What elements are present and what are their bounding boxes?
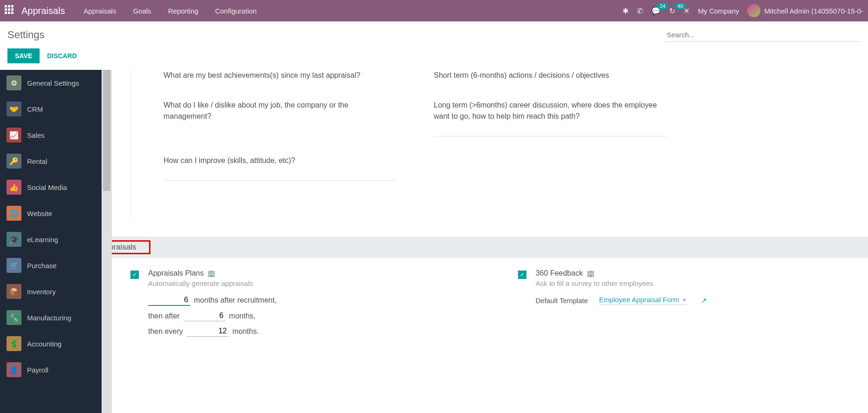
user-menu[interactable]: Mitchell Admin (14055070-15-0- [747, 4, 863, 17]
building-icon[interactable]: 🏢 [587, 270, 595, 277]
divider [164, 180, 396, 181]
option-appraisal-plans: ✓ Appraisals Plans🏢 Automatically genera… [130, 269, 481, 341]
globe-icon: 🌐 [7, 206, 21, 221]
sidebar-item-label: Accounting [27, 340, 62, 348]
action-bar: SAVE DISCARD [0, 42, 868, 70]
messages-icon[interactable]: 💬24 [651, 7, 661, 15]
question-text: What do I like / dislike about my job, t… [164, 100, 396, 136]
option-body: 360 Feedback🏢 Ask to fill a survey to ot… [536, 269, 868, 305]
sidebar-item-elearning[interactable]: 🎓eLearning [0, 226, 102, 252]
nav-goals[interactable]: Goals [133, 7, 151, 15]
sidebar-item-social[interactable]: 👍Social Media [0, 174, 102, 200]
sidebar-item-label: Website [27, 210, 52, 217]
sidebar-item-label: Inventory [27, 288, 56, 296]
question-row: What do I like / dislike about my job, t… [164, 100, 868, 136]
sidebar-item-rental[interactable]: 🔑Rental [0, 148, 102, 174]
sidebar-item-label: Sales [27, 131, 45, 139]
default-template-label: Default Template [536, 297, 588, 305]
wrench-icon: 🔧 [7, 310, 21, 325]
sidebar-item-crm[interactable]: 🤝CRM [0, 96, 102, 122]
sidebar-item-label: Purchase [27, 262, 56, 270]
checkbox-plans[interactable]: ✓ [130, 271, 139, 279]
msg-badge: 24 [657, 3, 668, 9]
nav-appraisals[interactable]: Appraisals [83, 7, 116, 15]
sidebar-item-general[interactable]: ⚙General Settings [0, 70, 102, 96]
sidebar-item-label: CRM [27, 105, 43, 113]
option-360-feedback: ✓ 360 Feedback🏢 Ask to fill a survey to … [518, 269, 868, 305]
save-button[interactable]: SAVE [7, 48, 40, 63]
activity-icon[interactable]: ↻40 [669, 7, 675, 15]
search-input[interactable] [665, 28, 861, 42]
discard-button[interactable]: DISCARD [47, 52, 77, 60]
default-template-select[interactable]: Employee Appraisal Form▼ [599, 296, 687, 305]
sidebar-item-manufacturing[interactable]: 🔧Manufacturing [0, 305, 102, 331]
sidebar-item-purchase[interactable]: 🛒Purchase [0, 252, 102, 278]
form-area: What are my best achievements(s) since m… [130, 70, 868, 218]
graduation-icon: 🎓 [7, 232, 21, 247]
bug-icon[interactable]: ✱ [622, 7, 629, 15]
then-after-input[interactable] [184, 311, 226, 321]
option-subtitle: Ask to fill a survey to other employees [536, 279, 868, 287]
then-every-input[interactable] [187, 326, 229, 337]
option-title: Appraisals Plans🏢 [148, 269, 481, 278]
gear-icon: ⚙ [7, 75, 21, 90]
sidebar-item-label: Payroll [27, 366, 48, 374]
sidebar-item-inventory[interactable]: 📦Inventory [0, 278, 102, 305]
question-row: What are my best achievements(s) since m… [164, 70, 868, 81]
divider [434, 136, 667, 136]
field-label: months after recruitment, [194, 296, 277, 305]
sidebar-item-payroll[interactable]: 👤Payroll [0, 357, 102, 383]
avatar [747, 4, 760, 17]
chart-icon: 📈 [7, 128, 21, 142]
plan-fields: months after recruitment, then after mon… [148, 295, 481, 337]
field-label: months, [229, 312, 256, 320]
first-months-input[interactable] [148, 295, 190, 306]
external-link-icon[interactable]: ↗ [701, 296, 707, 305]
caret-down-icon: ▼ [682, 297, 687, 303]
box-icon: 📦 [7, 284, 21, 299]
scrollbar-thumb[interactable] [103, 70, 110, 191]
settings-sidebar: ⚙General Settings 🤝CRM 📈Sales 🔑Rental 👍S… [0, 70, 102, 413]
apps-icon[interactable] [5, 5, 16, 16]
field-label: then after [148, 312, 180, 320]
question-text: Long term (>6months) career discussion, … [434, 100, 667, 136]
question-text: Short term (6-months) actions / decision… [434, 70, 667, 81]
options-row: ✓ Appraisals Plans🏢 Automatically genera… [112, 269, 868, 341]
nav-reporting[interactable]: Reporting [168, 7, 198, 15]
default-template-row: Default Template Employee Appraisal Form… [536, 296, 868, 305]
top-navbar: Appraisals Appraisals Goals Reporting Co… [0, 0, 868, 21]
company-selector[interactable]: My Company [698, 7, 739, 15]
nav-configuration[interactable]: Configuration [215, 7, 257, 15]
nav-menu: Appraisals Goals Reporting Configuration [83, 7, 257, 15]
sidebar-item-sales[interactable]: 📈Sales [0, 122, 102, 148]
question-text: How can I improve (skills, attitude, etc… [164, 155, 396, 181]
field-row: months after recruitment, [148, 295, 481, 306]
content-area: What are my best achievements(s) since m… [112, 70, 868, 413]
highlight-box: Appraisals [112, 240, 150, 254]
section-header-appraisals: Appraisals [112, 237, 868, 258]
checkbox-feedback[interactable]: ✓ [518, 271, 526, 279]
field-label: then every [148, 327, 183, 336]
sidebar-item-label: eLearning [27, 236, 58, 244]
app-brand[interactable]: Appraisals [21, 6, 65, 16]
topbar-right: ✱ ✆ 💬24 ↻40 ✕ My Company Mitchell Admin … [622, 4, 863, 17]
question-row: How can I improve (skills, attitude, etc… [164, 155, 868, 181]
option-title: 360 Feedback🏢 [536, 269, 868, 278]
handshake-icon: 🤝 [7, 102, 21, 116]
thumbs-up-icon: 👍 [7, 180, 21, 195]
phone-icon[interactable]: ✆ [637, 7, 643, 15]
option-subtitle: Automatically generate appraisals [148, 279, 481, 287]
person-icon: 👤 [7, 362, 21, 377]
subheader: Settings [0, 21, 868, 42]
scrollbar[interactable] [102, 70, 112, 413]
question-text: What are my best achievements(s) since m… [164, 70, 396, 81]
cart-icon: 🛒 [7, 258, 21, 273]
sidebar-item-website[interactable]: 🌐Website [0, 200, 102, 226]
sidebar-item-accounting[interactable]: 💲Accounting [0, 331, 102, 357]
building-icon[interactable]: 🏢 [207, 270, 215, 277]
field-row: then after months, [148, 311, 481, 321]
close-icon[interactable]: ✕ [683, 7, 690, 15]
sidebar-item-label: General Settings [27, 79, 79, 87]
field-label: months. [232, 327, 259, 336]
option-body: Appraisals Plans🏢 Automatically generate… [148, 269, 481, 341]
